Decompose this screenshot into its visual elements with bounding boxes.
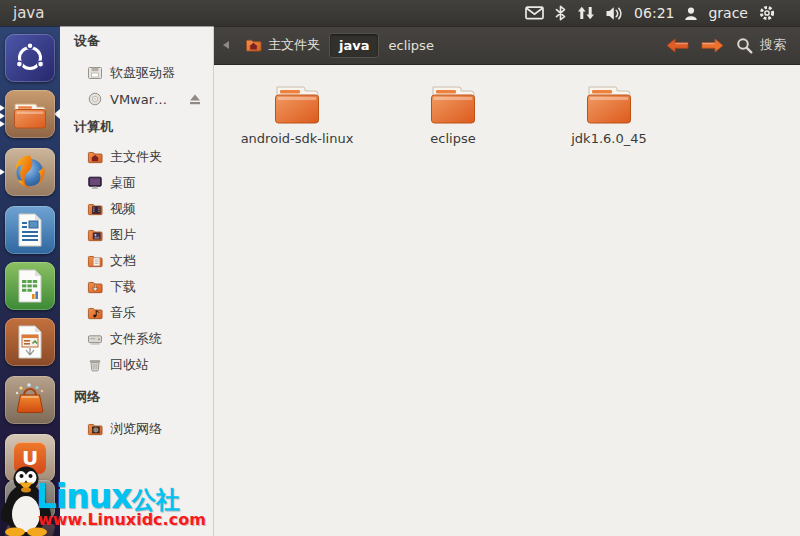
file-name: jdk1.6.0_45 xyxy=(571,131,647,146)
sidebar-item-floppy[interactable]: 软盘驱动器 xyxy=(60,60,213,86)
ubuntu-dash-icon xyxy=(13,41,47,75)
sidebar-item-label: 回收站 xyxy=(110,356,149,374)
clock[interactable]: 06:21 xyxy=(634,5,674,21)
file-name: eclipse xyxy=(430,131,475,146)
breadcrumb-label: 主文件夹 xyxy=(268,36,320,54)
sidebar-item-vmware-disc[interactable]: VMwar… xyxy=(60,86,213,112)
sidebar-item-downloads[interactable]: 下载 xyxy=(60,274,213,300)
file-item[interactable]: android-sdk-linux xyxy=(219,82,375,146)
music-folder-icon xyxy=(87,306,103,320)
icon-grid: android-sdk-linux eclipse xyxy=(215,64,800,146)
sidebar-item-label: 文档 xyxy=(110,252,136,270)
breadcrumb-home[interactable]: 主文件夹 xyxy=(236,32,329,58)
software-center-icon xyxy=(11,381,49,419)
filesystem-icon xyxy=(87,332,103,346)
eject-icon[interactable] xyxy=(187,93,203,106)
breadcrumb-label: eclipse xyxy=(388,38,433,53)
calc-icon xyxy=(15,268,45,304)
file-item[interactable]: jdk1.6.0_45 xyxy=(531,82,687,146)
system-tray: 06:21 grace xyxy=(525,0,776,26)
desktop-screen: java 06:21 grace xyxy=(0,0,800,536)
sidebar-item-label: 图片 xyxy=(110,226,136,244)
search-icon xyxy=(736,37,753,54)
window-title: java xyxy=(13,4,44,22)
username[interactable]: grace xyxy=(708,5,748,21)
search-label: 搜索 xyxy=(760,36,786,54)
nautilus-toolbar: 主文件夹 java eclipse 搜索 xyxy=(214,26,800,65)
ubuntu-one-letter: U xyxy=(22,446,38,470)
launcher: U xyxy=(0,26,60,536)
impress-icon xyxy=(15,324,45,360)
launcher-item-ubuntu-software-center[interactable] xyxy=(5,376,55,424)
sidebar-item-label: 文件系统 xyxy=(110,330,162,348)
sidebar-section-devices: 设备 xyxy=(60,30,213,52)
launcher-item-firefox[interactable] xyxy=(5,148,55,196)
sidebar-section-computer: 计算机 xyxy=(60,116,213,138)
file-name: android-sdk-linux xyxy=(241,131,354,146)
folder-icon xyxy=(428,82,478,126)
trash-icon xyxy=(87,358,103,372)
folded-launcher-icon xyxy=(4,524,55,536)
network-arrows-icon[interactable] xyxy=(577,6,595,20)
folder-icon xyxy=(272,82,322,126)
floppy-icon xyxy=(87,66,103,80)
documents-folder-icon xyxy=(87,254,103,268)
network-folder-icon xyxy=(87,422,103,436)
bluetooth-icon[interactable] xyxy=(554,5,567,21)
sidebar-item-label: VMwar… xyxy=(110,92,167,107)
back-arrow-icon[interactable] xyxy=(666,38,689,53)
launcher-item-system-device[interactable] xyxy=(5,480,55,520)
sidebar-item-documents[interactable]: 文档 xyxy=(60,248,213,274)
videos-folder-icon xyxy=(87,202,103,216)
top-panel: java 06:21 grace xyxy=(0,0,800,26)
folder-icon xyxy=(584,82,634,126)
writer-icon xyxy=(15,212,45,248)
sidebar-item-label: 桌面 xyxy=(110,174,136,192)
disc-icon xyxy=(87,92,103,106)
file-item[interactable]: eclipse xyxy=(375,82,531,146)
launcher-item-libreoffice-calc[interactable] xyxy=(5,262,55,310)
breadcrumb-java[interactable]: java xyxy=(329,33,379,58)
desktop-icon xyxy=(87,176,103,190)
forward-arrow-icon[interactable] xyxy=(701,38,724,53)
volume-icon[interactable] xyxy=(605,6,624,21)
sidebar-item-desktop[interactable]: 桌面 xyxy=(60,170,213,196)
sidebar-item-label: 视频 xyxy=(110,200,136,218)
launcher-item-ubuntu-dash[interactable] xyxy=(5,34,55,82)
places-sidebar: 设备 软盘驱动器 VMwar… 计算机 xyxy=(60,26,214,536)
launcher-item-libreoffice-impress[interactable] xyxy=(5,318,55,366)
launcher-item-libreoffice-writer[interactable] xyxy=(5,206,55,254)
launcher-item-file-manager[interactable] xyxy=(5,90,55,138)
sidebar-item-home[interactable]: 主文件夹 xyxy=(60,144,213,170)
pictures-folder-icon xyxy=(87,228,103,242)
home-folder-icon xyxy=(245,38,262,52)
sidebar-item-videos[interactable]: 视频 xyxy=(60,196,213,222)
sidebar-item-pictures[interactable]: 图片 xyxy=(60,222,213,248)
files-icon xyxy=(12,98,48,130)
sidebar-item-music[interactable]: 音乐 xyxy=(60,300,213,326)
home-folder-icon xyxy=(87,150,103,164)
system-device-icon xyxy=(11,486,49,514)
sidebar-item-trash[interactable]: 回收站 xyxy=(60,352,213,378)
breadcrumb-label: java xyxy=(339,38,369,53)
sidebar-item-filesystem[interactable]: 文件系统 xyxy=(60,326,213,352)
breadcrumb-scroll-left-icon[interactable] xyxy=(222,40,230,50)
sidebar-item-label: 主文件夹 xyxy=(110,148,162,166)
user-icon[interactable] xyxy=(684,6,698,21)
sidebar-section-network: 网络 xyxy=(60,386,213,408)
sidebar-item-label: 下载 xyxy=(110,278,136,296)
sidebar-item-label: 浏览网络 xyxy=(110,420,162,438)
sidebar-item-browse-network[interactable]: 浏览网络 xyxy=(60,416,213,442)
gear-icon[interactable] xyxy=(758,4,776,22)
search-control[interactable]: 搜索 xyxy=(736,36,786,54)
firefox-icon xyxy=(10,152,50,192)
launcher-item-ubuntu-one[interactable]: U xyxy=(5,434,55,482)
sidebar-item-label: 音乐 xyxy=(110,304,136,322)
file-view[interactable]: android-sdk-linux eclipse xyxy=(215,64,800,536)
breadcrumb-eclipse[interactable]: eclipse xyxy=(379,34,442,57)
downloads-folder-icon xyxy=(87,280,103,294)
mail-icon[interactable] xyxy=(525,6,544,20)
sidebar-item-label: 软盘驱动器 xyxy=(110,64,175,82)
ubuntu-one-icon: U xyxy=(14,442,46,474)
